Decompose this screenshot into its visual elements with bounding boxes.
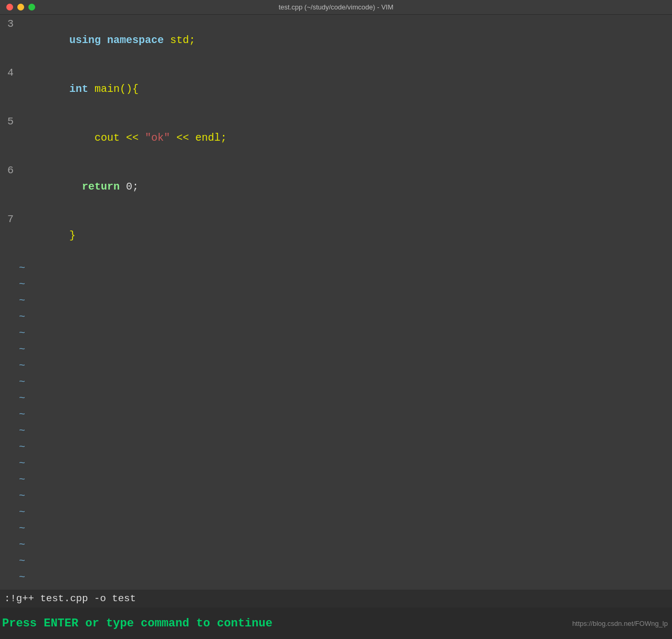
- keyword-namespace: namespace: [107, 34, 164, 46]
- tilde-line: ~: [0, 260, 672, 276]
- line-content-5: cout << "ok" << endl;: [19, 113, 227, 162]
- tilde-line: ~: [0, 309, 672, 325]
- line-number-6: 6: [0, 162, 19, 179]
- tilde-line: ~: [0, 390, 672, 406]
- prompt-text: Press ENTER or type command to continue: [2, 617, 272, 630]
- code-line-6: 6 return 0;: [0, 162, 672, 211]
- code-line-4: 4 int main(){: [0, 65, 672, 113]
- line-number-7: 7: [0, 211, 19, 227]
- keyword-using: using: [69, 34, 101, 46]
- line-number-5: 5: [0, 113, 19, 130]
- window-controls[interactable]: [6, 4, 35, 11]
- status-bar: :!g++ test.cpp -o test: [0, 590, 672, 607]
- code-area[interactable]: 3 using namespace std; 4 int main(){ 5 c…: [0, 15, 672, 639]
- tilde-line: ~: [0, 553, 672, 569]
- prompt-to: to: [196, 617, 217, 630]
- code-line-7: 7 }: [0, 211, 672, 260]
- prompt-command: command: [141, 617, 189, 630]
- tilde-area: ~ ~ ~ ~ ~ ~ ~ ~ ~ ~ ~ ~ ~ ~ ~ ~ ~ ~ ~ ~ …: [0, 260, 672, 639]
- tilde-line: ~: [0, 325, 672, 341]
- titlebar: test.cpp (~/study/code/vimcode) - VIM: [0, 0, 672, 15]
- command-line: :!g++ test.cpp -o test: [4, 593, 668, 604]
- tilde-line: ~: [0, 292, 672, 309]
- prompt-press: Press: [2, 617, 37, 630]
- bottom-prompt: Press ENTER or type command to continue …: [0, 607, 672, 639]
- tilde-line: ~: [0, 569, 672, 585]
- line-content-6: return 0;: [19, 162, 139, 211]
- editor-container: 3 using namespace std; 4 int main(){ 5 c…: [0, 15, 672, 639]
- tilde-line: ~: [0, 472, 672, 488]
- maximize-button[interactable]: [28, 4, 35, 11]
- url-text: https://blog.csdn.net/FOWng_lp: [572, 620, 668, 627]
- prompt-or: or: [85, 617, 99, 630]
- tilde-line: ~: [0, 341, 672, 358]
- line-content-3: using namespace std;: [19, 16, 195, 65]
- keyword-return: return: [82, 181, 120, 193]
- code-line-5: 5 cout << "ok" << endl;: [0, 113, 672, 162]
- tilde-line: ~: [0, 504, 672, 520]
- close-button[interactable]: [6, 4, 13, 11]
- window-title: test.cpp (~/study/code/vimcode) - VIM: [279, 3, 394, 11]
- line-content-7: }: [19, 211, 76, 260]
- tilde-line: ~: [0, 406, 672, 423]
- tilde-line: ~: [0, 488, 672, 504]
- tilde-line: ~: [0, 358, 672, 374]
- tilde-line: ~: [0, 423, 672, 439]
- line-content-4: int main(){: [19, 65, 139, 113]
- tilde-line: ~: [0, 520, 672, 537]
- tilde-line: ~: [0, 455, 672, 472]
- tilde-line: ~: [0, 439, 672, 455]
- line-number-3: 3: [0, 16, 19, 32]
- prompt-continue: continue: [217, 617, 272, 630]
- tilde-line: ~: [0, 537, 672, 553]
- keyword-int: int: [69, 83, 88, 95]
- tilde-line: ~: [0, 374, 672, 390]
- code-line-3: 3 using namespace std;: [0, 16, 672, 65]
- tilde-line: ~: [0, 276, 672, 292]
- minimize-button[interactable]: [17, 4, 24, 11]
- prompt-enter: ENTER: [44, 617, 85, 630]
- line-number-4: 4: [0, 65, 19, 81]
- prompt-type: type: [106, 617, 141, 630]
- string-ok: "ok": [145, 132, 170, 144]
